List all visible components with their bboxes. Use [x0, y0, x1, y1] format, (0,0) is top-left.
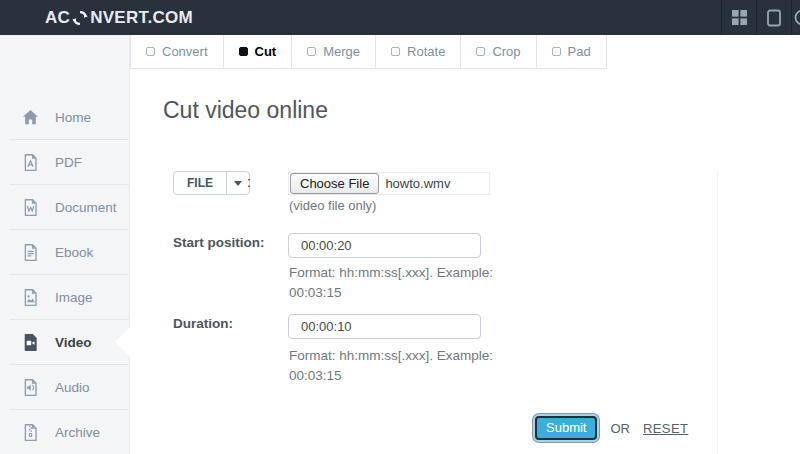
form-actions: Submit OR RESET — [535, 416, 688, 440]
file-hint: (video file only) — [289, 198, 376, 213]
pdf-file-icon — [21, 153, 40, 172]
circle-icon[interactable] — [791, 0, 800, 35]
tab-crop[interactable]: Crop — [461, 35, 536, 69]
sidebar-item-label: Video — [55, 335, 92, 350]
submit-button[interactable]: Submit — [535, 416, 597, 440]
sidebar-item-document[interactable]: Document — [0, 185, 129, 230]
checkbox-icon — [307, 47, 316, 56]
reset-link[interactable]: RESET — [643, 421, 688, 436]
duration-input[interactable] — [288, 314, 481, 339]
sidebar: Home PDF Document Ebook — [0, 35, 130, 454]
tablet-icon[interactable] — [756, 0, 791, 35]
checkbox-icon — [146, 47, 155, 56]
tab-bar: Convert Cut Merge Rotate Crop Pad — [130, 35, 607, 69]
file-input[interactable]: Choose File howto.wmv — [288, 172, 490, 195]
tab-label: Pad — [568, 44, 591, 59]
sidebar-item-label: Image — [55, 290, 93, 305]
tab-label: Rotate — [407, 44, 445, 59]
logo-text-suffix: NVERT.COM — [90, 8, 193, 28]
sidebar-item-image[interactable]: Image — [0, 275, 129, 320]
sidebar-item-audio[interactable]: Audio — [0, 365, 129, 410]
sidebar-item-label: Audio — [55, 380, 90, 395]
tab-label: Convert — [162, 44, 208, 59]
video-file-icon — [21, 333, 40, 352]
word-file-icon — [21, 198, 40, 217]
chevron-down-icon[interactable] — [226, 172, 249, 194]
tab-cut[interactable]: Cut — [224, 35, 293, 69]
tab-rotate[interactable]: Rotate — [376, 35, 461, 69]
audio-file-icon — [21, 378, 40, 397]
start-position-label: Start position: — [173, 235, 265, 250]
content-divider — [717, 172, 718, 454]
main-content: Convert Cut Merge Rotate Crop Pad Cut vi… — [130, 35, 800, 454]
header-icon-group — [721, 0, 800, 35]
or-label: OR — [610, 421, 630, 436]
start-position-input[interactable] — [288, 233, 481, 258]
tab-label: Merge — [323, 44, 360, 59]
ebook-file-icon — [21, 243, 40, 262]
checkbox-icon — [391, 47, 400, 56]
sidebar-item-archive[interactable]: Archive — [0, 410, 129, 454]
archive-file-icon — [21, 423, 40, 442]
checkbox-checked-icon — [239, 47, 248, 56]
checkbox-icon — [476, 47, 485, 56]
sidebar-item-pdf[interactable]: PDF — [0, 140, 129, 185]
tab-merge[interactable]: Merge — [292, 35, 376, 69]
choose-file-button[interactable]: Choose File — [290, 173, 379, 194]
sidebar-item-label: Document — [55, 200, 117, 215]
file-source-dropdown[interactable]: FILE — [173, 171, 250, 195]
start-position-hint: Format: hh:mm:ss[.xxx]. Example: 00:03:1… — [289, 263, 531, 302]
tab-pad[interactable]: Pad — [537, 35, 607, 69]
logo-text-prefix: AC — [45, 8, 70, 28]
checkbox-icon — [552, 47, 561, 56]
sync-circle-icon — [70, 10, 90, 26]
sidebar-item-label: PDF — [55, 155, 82, 170]
tab-label: Crop — [492, 44, 520, 59]
apps-grid-icon[interactable] — [721, 0, 756, 35]
page-title: Cut video online — [163, 97, 328, 124]
logo[interactable]: AC NVERT.COM — [45, 8, 193, 28]
image-file-icon — [21, 288, 40, 307]
duration-hint: Format: hh:mm:ss[.xxx]. Example: 00:03:1… — [289, 346, 531, 385]
file-colon: : — [247, 174, 251, 190]
sidebar-item-video[interactable]: Video — [0, 320, 129, 365]
app-header: AC NVERT.COM — [0, 0, 800, 35]
active-item-pointer — [115, 327, 130, 357]
home-icon — [21, 108, 40, 127]
file-button-label: FILE — [174, 172, 226, 194]
sidebar-item-label: Archive — [55, 425, 100, 440]
sidebar-item-ebook[interactable]: Ebook — [0, 230, 129, 275]
sidebar-item-label: Home — [55, 110, 91, 125]
selected-filename: howto.wmv — [385, 176, 450, 191]
sidebar-item-label: Ebook — [55, 245, 93, 260]
tab-label: Cut — [255, 44, 277, 59]
duration-label: Duration: — [173, 316, 233, 331]
sidebar-item-home[interactable]: Home — [0, 95, 129, 140]
tab-convert[interactable]: Convert — [131, 35, 224, 69]
